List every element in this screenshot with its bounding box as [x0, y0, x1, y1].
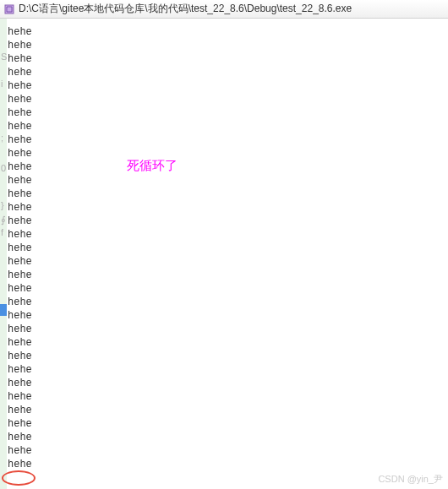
output-line: hehe	[8, 444, 32, 458]
output-line: hehe	[8, 228, 32, 242]
output-line: hehe	[8, 390, 32, 404]
gutter-char: 0	[1, 164, 6, 173]
output-line: hehe	[8, 160, 32, 174]
output-line: hehe	[8, 323, 32, 336]
watermark: CSDN @yin_尹	[378, 473, 443, 486]
output-line: hehe	[8, 336, 32, 350]
blue-gutter-mark	[0, 304, 7, 316]
output-line: hehe	[8, 363, 32, 377]
console-area: Si;0}∮f hehehehehehehehehehehehehehehehe…	[0, 19, 448, 489]
output-line: hehe	[8, 106, 32, 120]
output-line: hehe	[8, 120, 32, 133]
gutter-strip: Si;0}∮f	[0, 19, 7, 489]
output-line: hehe	[8, 215, 32, 228]
gutter-char: ∮	[1, 215, 6, 225]
output-line: hehe	[8, 201, 32, 215]
output-line: hehe	[8, 404, 32, 417]
output-line: hehe	[8, 242, 32, 255]
output-line: hehe	[8, 269, 32, 282]
output-line: hehe	[8, 350, 32, 363]
output-line: hehe	[8, 458, 32, 471]
output-line: hehe	[8, 52, 32, 66]
output-line: hehe	[8, 282, 32, 296]
output-line: hehe	[8, 174, 32, 187]
gutter-char: }	[1, 201, 4, 210]
console-output: hehehehehehehehehehehehehehehehehehehehe…	[8, 25, 32, 471]
output-line: hehe	[8, 39, 32, 52]
circle-annotation	[2, 470, 36, 486]
svg-rect-0	[5, 5, 14, 14]
gutter-char: ;	[1, 133, 3, 143]
output-line: hehe	[8, 133, 32, 147]
window-title: D:\C语言\gitee本地代码仓库\我的代码\test_22_8.6\Debu…	[19, 2, 352, 16]
output-line: hehe	[8, 255, 32, 269]
gutter-char: S	[1, 52, 7, 62]
output-line: hehe	[8, 25, 32, 39]
title-bar: D:\C语言\gitee本地代码仓库\我的代码\test_22_8.6\Debu…	[0, 0, 448, 19]
output-line: hehe	[8, 187, 32, 201]
output-line: hehe	[8, 66, 32, 79]
output-line: hehe	[8, 296, 32, 309]
output-line: hehe	[8, 309, 32, 323]
output-line: hehe	[8, 377, 32, 390]
output-line: hehe	[8, 79, 32, 93]
annotation-text: 死循环了	[127, 158, 178, 174]
output-line: hehe	[8, 147, 32, 160]
app-icon	[3, 3, 15, 15]
gutter-char: i	[1, 79, 3, 89]
gutter-char: f	[1, 228, 3, 237]
output-line: hehe	[8, 417, 32, 431]
output-line: hehe	[8, 93, 32, 106]
output-line: hehe	[8, 431, 32, 444]
